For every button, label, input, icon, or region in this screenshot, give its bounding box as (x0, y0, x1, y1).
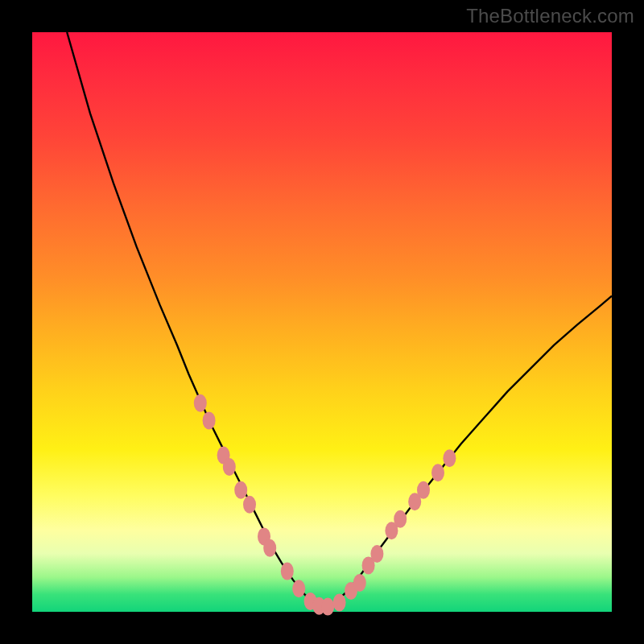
data-marker (417, 481, 430, 499)
data-marker (431, 464, 444, 481)
data-marker (281, 563, 294, 580)
data-marker (370, 545, 383, 563)
data-marker (194, 394, 207, 412)
data-marker (203, 411, 216, 429)
data-marker (243, 496, 256, 514)
data-marker (321, 598, 334, 616)
data-marker (223, 458, 236, 476)
data-marker (263, 539, 276, 557)
chart-stage: TheBottleneck.com (0, 0, 644, 644)
plot-area (32, 32, 612, 612)
data-marker (353, 574, 366, 592)
chart-svg (32, 32, 612, 612)
data-marker (234, 481, 247, 499)
markers-bottom-group (304, 574, 366, 616)
data-marker (443, 449, 456, 467)
markers-left-group (194, 394, 305, 597)
data-marker (394, 510, 407, 528)
data-marker (292, 580, 305, 597)
markers-right-group (362, 449, 456, 574)
attribution-label: TheBottleneck.com (466, 5, 634, 27)
data-marker (333, 593, 346, 611)
curve-left (67, 32, 322, 609)
